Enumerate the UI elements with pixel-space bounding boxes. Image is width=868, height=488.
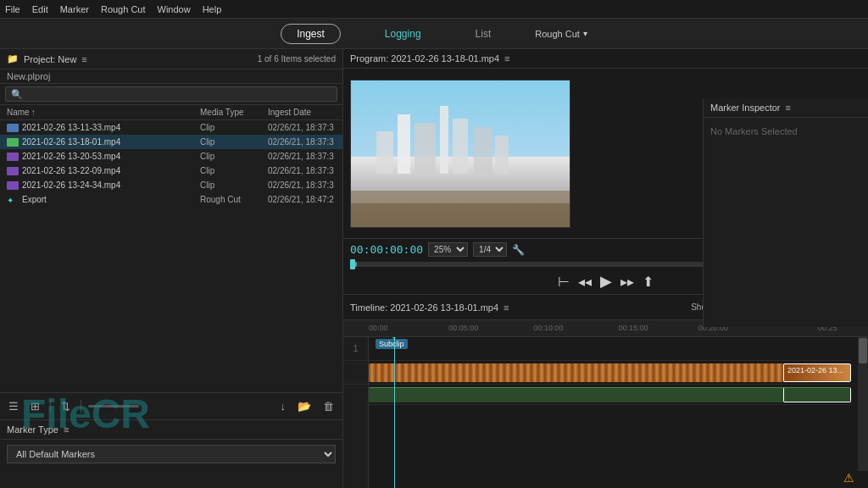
play-button[interactable]: ▶ — [600, 272, 612, 291]
playhead-triangle — [390, 337, 398, 340]
file-list: 2021-02-26 13-11-33.mp4 Clip 02/26/21, 1… — [0, 120, 342, 392]
file-row-5[interactable]: ✦ Export Rough Cut 02/26/21, 18:47:2 — [0, 192, 342, 207]
vertical-scrollbar[interactable] — [858, 337, 868, 471]
zoom-select[interactable]: 25% — [428, 242, 468, 257]
marker-inspector-panel: Marker Inspector ≡ No Markers Selected — [703, 98, 868, 327]
clip-label: 2021-02-26 13... — [787, 366, 847, 374]
search-bar — [0, 84, 342, 105]
folder-icon: 📁 — [7, 53, 19, 64]
menu-file[interactable]: File — [5, 4, 20, 14]
ruler-mark-0: 00:00 — [369, 324, 388, 332]
fraction-select[interactable]: 1/4 — [473, 242, 507, 257]
rewind-button[interactable]: ◂◂ — [578, 274, 592, 290]
monitor-menu-icon[interactable]: ≡ — [504, 53, 509, 64]
subclip-badge: Subclip — [376, 339, 408, 349]
menu-window[interactable]: Window — [158, 4, 191, 14]
scrollbar-thumb[interactable] — [859, 338, 867, 363]
svg-rect-8 — [495, 136, 509, 174]
project-panel-header: 📁 Project: New ≡ 1 of 6 Items selected — [0, 49, 342, 69]
audio-clip-selected[interactable] — [783, 387, 851, 402]
timeline-menu-icon[interactable]: ≡ — [504, 302, 509, 313]
svg-rect-3 — [398, 114, 410, 174]
grid-view-button[interactable]: ⊞ — [27, 398, 43, 414]
svg-rect-7 — [474, 127, 492, 174]
menu-edit[interactable]: Edit — [32, 4, 48, 14]
timeline-playhead[interactable] — [394, 337, 395, 488]
menu-help[interactable]: Help — [203, 4, 222, 14]
svg-rect-10 — [351, 203, 570, 228]
project-filename: New.plproj — [0, 69, 342, 84]
marker-panel-menu-icon[interactable]: ≡ — [64, 424, 69, 435]
list-view-button[interactable]: ☰ — [5, 398, 22, 414]
zoom-slider[interactable] — [88, 405, 139, 408]
tab-roughcut[interactable]: Rough Cut ▾ — [535, 29, 587, 39]
monitor-header: Program: 2021-02-26 13-18-01.mp4 ≡ — [343, 49, 868, 69]
svg-rect-2 — [376, 131, 393, 174]
step-back-button[interactable]: ⊢ — [558, 274, 570, 290]
ruler-mark-1: 00:05:00 — [448, 324, 478, 332]
project-menu-icon[interactable]: ≡ — [81, 54, 86, 64]
project-count: 1 of 6 Items selected — [258, 54, 336, 64]
file-row-2[interactable]: 2021-02-26 13-20-53.mp4 Clip 02/26/21, 1… — [0, 149, 342, 164]
marker-type-title: Marker Type — [7, 424, 58, 435]
inspector-header: Marker Inspector ≡ — [704, 98, 868, 118]
timeline-title: Timeline: 2021-02-26 13-18-01.mp4 — [350, 302, 498, 313]
video-thumbnail — [350, 80, 570, 228]
menubar: File Edit Marker Rough Cut Window Help — [0, 0, 868, 19]
monitor-title: Program: 2021-02-26 13-18-01.mp4 — [350, 53, 499, 64]
audio-clip[interactable] — [369, 387, 817, 402]
inspector-content: No Markers Selected — [704, 118, 868, 145]
marker-type-header: Marker Type ≡ — [0, 420, 342, 440]
audio-track — [369, 385, 851, 405]
video-clip[interactable] — [369, 363, 817, 382]
project-title: Project: New — [24, 54, 76, 64]
fast-forward-button[interactable]: ▸▸ — [620, 274, 634, 290]
subclip-row: Subclip — [369, 337, 851, 361]
chevron-down-icon: ▾ — [583, 29, 587, 38]
file-row-0[interactable]: 2021-02-26 13-11-33.mp4 Clip 02/26/21, 1… — [0, 120, 342, 135]
file-row-3[interactable]: 2021-02-26 13-22-09.mp4 Clip 02/26/21, 1… — [0, 164, 342, 178]
marker-type-panel: Marker Type ≡ All Default Markers — [0, 420, 342, 488]
separator-2 — [81, 400, 81, 413]
track-labels: 1 — [343, 337, 369, 488]
tab-ingest[interactable]: Ingest — [281, 24, 341, 44]
tab-logging[interactable]: Logging — [375, 23, 431, 45]
file-list-header: Name ↑ Media Type Ingest Date — [0, 105, 342, 120]
folder-open-button[interactable]: 📂 — [294, 398, 314, 414]
ruler-mark-3: 00:15:00 — [619, 324, 648, 332]
warning-icon: ⚠ — [843, 471, 854, 485]
separator-1 — [50, 400, 51, 413]
timeline-content: 1 Subclip — [343, 337, 868, 488]
project-toolbar: ☰ ⊞ ⇅ ↓ 📂 🗑 — [0, 392, 342, 419]
ruler-mark-2: 00:10:00 — [533, 324, 563, 332]
svg-rect-4 — [415, 123, 436, 174]
search-input[interactable] — [5, 86, 337, 102]
top-navigation: Ingest Logging List Rough Cut ▾ — [0, 19, 868, 49]
track-clips-area: Subclip 2021-02-26 13... — [369, 337, 851, 488]
timecode-display: 00:00:00:00 — [350, 243, 423, 256]
inspector-menu-icon[interactable]: ≡ — [786, 103, 791, 113]
menu-marker[interactable]: Marker — [60, 4, 89, 14]
tab-list[interactable]: List — [465, 23, 502, 45]
inspector-title: Marker Inspector — [710, 103, 781, 113]
file-row-1[interactable]: 2021-02-26 13-18-01.mp4 Clip 02/26/21, 1… — [0, 135, 342, 149]
marker-type-select[interactable]: All Default Markers — [7, 445, 336, 463]
wrench-icon[interactable]: 🔧 — [512, 244, 525, 256]
delete-button[interactable]: 🗑 — [320, 398, 337, 414]
export-button[interactable]: ⬆ — [643, 274, 654, 290]
menu-roughcut[interactable]: Rough Cut — [101, 4, 146, 14]
svg-rect-5 — [440, 106, 448, 174]
playhead[interactable] — [350, 259, 355, 269]
svg-rect-6 — [453, 119, 468, 174]
video-track: 2021-02-26 13... — [369, 361, 851, 385]
sort-button[interactable]: ⇅ — [58, 398, 74, 414]
selected-clip[interactable]: 2021-02-26 13... — [783, 363, 851, 382]
ingest-button[interactable]: ↓ — [277, 398, 290, 414]
file-row-4[interactable]: 2021-02-26 13-24-34.mp4 Clip 02/26/21, 1… — [0, 178, 342, 192]
